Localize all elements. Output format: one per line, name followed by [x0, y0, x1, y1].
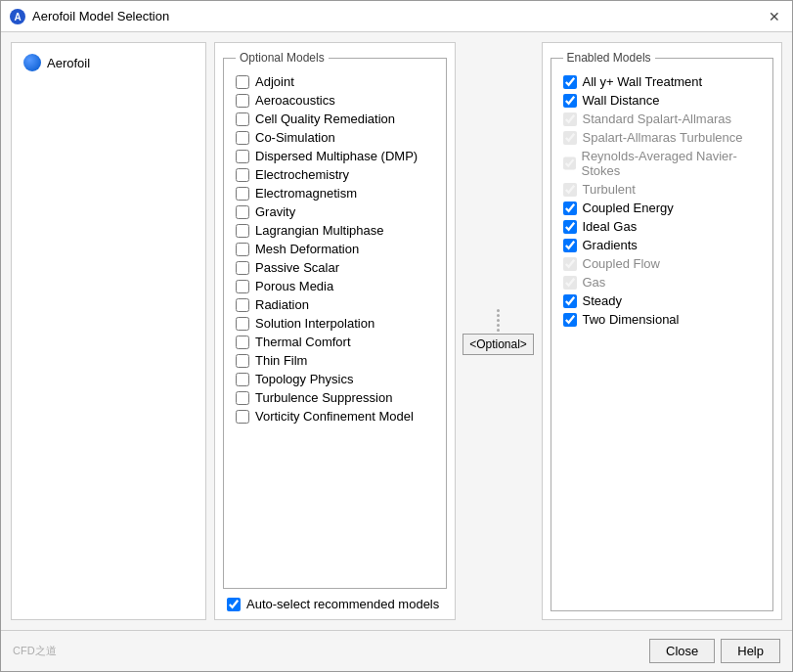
optional-checkbox-12[interactable] — [236, 298, 249, 312]
optional-models-panel: Optional Models AdjointAeroacousticsCell… — [214, 42, 456, 620]
enabled-checkbox-2 — [563, 112, 577, 126]
enabled-checkbox-7[interactable] — [563, 220, 577, 234]
optional-checkbox-5[interactable] — [236, 168, 249, 182]
optional-item: Topology Physics — [236, 370, 434, 388]
optional-item: Co-Simulation — [236, 128, 434, 147]
main-window: A Aerofoil Model Selection ✕ Aerofoil Op… — [0, 0, 793, 672]
enabled-item: All y+ Wall Treatment — [563, 72, 762, 91]
enabled-checkbox-4 — [563, 157, 576, 170]
middle-row: Optional Models AdjointAeroacousticsCell… — [214, 42, 782, 620]
optional-item: Porous Media — [236, 277, 434, 295]
auto-select-checkbox[interactable] — [227, 598, 241, 611]
optional-checkbox-1[interactable] — [236, 94, 249, 108]
enabled-label-5: Turbulent — [583, 182, 636, 197]
optional-checkbox-15[interactable] — [236, 354, 249, 368]
optional-label-1[interactable]: Aeroacoustics — [255, 93, 335, 108]
optional-transfer-button[interactable]: <Optional> — [463, 334, 534, 355]
optional-item: Cell Quality Remediation — [236, 110, 434, 128]
enabled-models-fieldset: Enabled Models All y+ Wall TreatmentWall… — [551, 51, 774, 611]
enabled-checkbox-0[interactable] — [563, 75, 577, 89]
optional-item: Adjoint — [236, 72, 434, 91]
optional-checkbox-18[interactable] — [236, 410, 249, 424]
enabled-label-6: Coupled Energy — [583, 201, 674, 215]
optional-checkbox-11[interactable] — [236, 280, 249, 293]
optional-label-5[interactable]: Electrochemistry — [255, 167, 349, 182]
optional-checkbox-8[interactable] — [236, 224, 249, 238]
optional-label-17[interactable]: Turbulence Suppression — [255, 390, 392, 405]
optional-label-9[interactable]: Mesh Deformation — [255, 242, 359, 256]
enabled-checkbox-11[interactable] — [563, 294, 577, 308]
optional-label-10[interactable]: Passive Scalar — [255, 260, 339, 275]
close-button[interactable]: Close — [649, 639, 715, 663]
optional-checkbox-2[interactable] — [236, 112, 249, 126]
optional-checkbox-10[interactable] — [236, 261, 249, 275]
optional-checkbox-9[interactable] — [236, 243, 249, 256]
enabled-label-4: Reynolds-Averaged Navier-Stokes — [582, 149, 762, 178]
optional-label-2[interactable]: Cell Quality Remediation — [255, 112, 395, 126]
window-close-button[interactable]: ✕ — [765, 7, 784, 26]
optional-label-15[interactable]: Thin Film — [255, 353, 307, 368]
enabled-checkbox-8[interactable] — [563, 239, 577, 252]
enabled-label-2: Standard Spalart-Allmaras — [583, 112, 731, 126]
enabled-checkbox-3 — [563, 131, 577, 145]
enabled-models-panel: Enabled Models All y+ Wall TreatmentWall… — [542, 42, 783, 620]
enabled-item: Gradients — [563, 236, 762, 254]
optional-models-legend: Optional Models — [236, 51, 329, 65]
aerofoil-icon — [23, 54, 41, 71]
optional-checkbox-4[interactable] — [236, 150, 249, 163]
optional-checkbox-6[interactable] — [236, 187, 249, 201]
optional-item: Thin Film — [236, 351, 434, 370]
optional-label-13[interactable]: Solution Interpolation — [255, 316, 374, 331]
optional-label-8[interactable]: Lagrangian Multiphase — [255, 223, 384, 238]
drag-handle — [495, 307, 502, 334]
enabled-item: Steady — [563, 291, 762, 310]
enabled-checkbox-5 — [563, 183, 577, 197]
enabled-label-10: Gas — [583, 275, 606, 290]
optional-label-6[interactable]: Electromagnetism — [255, 186, 357, 201]
optional-item: Electrochemistry — [236, 165, 434, 184]
optional-models-fieldset: Optional Models AdjointAeroacousticsCell… — [223, 51, 447, 589]
optional-label-18[interactable]: Vorticity Confinement Model — [255, 409, 414, 424]
enabled-checkbox-12[interactable] — [563, 313, 577, 327]
enabled-checkbox-6[interactable] — [563, 202, 577, 215]
optional-item: Turbulence Suppression — [236, 388, 434, 407]
enabled-checkbox-1[interactable] — [563, 94, 577, 108]
help-button[interactable]: Help — [721, 639, 780, 663]
enabled-label-12: Two Dimensional — [583, 312, 680, 327]
optional-label-7[interactable]: Gravity — [255, 204, 295, 219]
optional-label-14[interactable]: Thermal Comfort — [255, 335, 351, 349]
optional-label-11[interactable]: Porous Media — [255, 279, 333, 293]
enabled-label-3: Spalart-Allmaras Turbulence — [583, 130, 743, 145]
aerofoil-label: Aerofoil — [47, 56, 90, 70]
optional-label-4[interactable]: Dispersed Multiphase (DMP) — [255, 149, 418, 163]
optional-checkbox-13[interactable] — [236, 317, 249, 331]
enabled-label-0: All y+ Wall Treatment — [583, 74, 703, 89]
optional-item: Electromagnetism — [236, 184, 434, 202]
enabled-label-8: Gradients — [583, 238, 638, 252]
left-panel: Aerofoil — [11, 42, 206, 620]
enabled-item: Turbulent — [563, 180, 762, 199]
optional-item: Solution Interpolation — [236, 314, 434, 333]
enabled-label-9: Coupled Flow — [583, 256, 661, 271]
optional-checkbox-3[interactable] — [236, 131, 249, 145]
enabled-item: Standard Spalart-Allmaras — [563, 110, 762, 128]
window-icon: A — [9, 8, 26, 25]
optional-checkbox-14[interactable] — [236, 336, 249, 349]
enabled-item: Ideal Gas — [563, 217, 762, 236]
optional-label-3[interactable]: Co-Simulation — [255, 130, 335, 145]
optional-checkbox-7[interactable] — [236, 205, 249, 219]
tree-item-aerofoil[interactable]: Aerofoil — [20, 51, 198, 74]
optional-item: Vorticity Confinement Model — [236, 407, 434, 426]
bottom-bar: CFD之道 Close Help — [1, 630, 792, 671]
optional-label-12[interactable]: Radiation — [255, 297, 309, 312]
auto-select-label[interactable]: Auto-select recommended models — [246, 597, 439, 611]
optional-checkbox-17[interactable] — [236, 391, 249, 405]
svg-text:A: A — [14, 12, 21, 22]
optional-label-16[interactable]: Topology Physics — [255, 372, 353, 386]
optional-label-0[interactable]: Adjoint — [255, 74, 294, 89]
optional-item: Thermal Comfort — [236, 333, 434, 351]
enabled-item: Gas — [563, 273, 762, 291]
optional-checkbox-0[interactable] — [236, 75, 249, 89]
optional-checkbox-16[interactable] — [236, 373, 249, 386]
enabled-label-1: Wall Distance — [583, 93, 660, 108]
